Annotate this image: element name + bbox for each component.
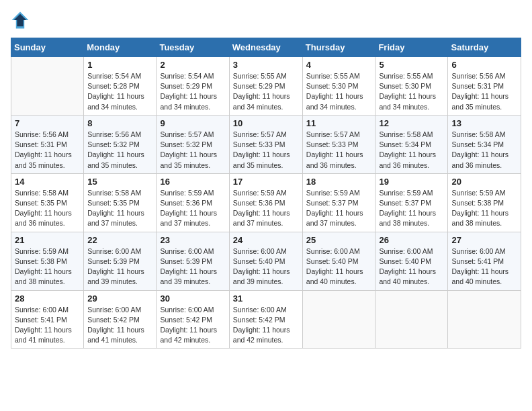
day-number: 14 [15, 177, 80, 187]
day-info: Sunrise: 5:59 AM Sunset: 5:36 PM Dayligh… [233, 188, 299, 229]
day-number: 17 [233, 177, 299, 187]
calendar-cell: 2Sunrise: 5:54 AM Sunset: 5:29 PM Daylig… [157, 57, 229, 116]
header-sunday: Sunday [11, 38, 84, 57]
calendar-cell: 5Sunrise: 5:55 AM Sunset: 5:30 PM Daylig… [375, 57, 448, 116]
day-number: 4 [306, 60, 372, 70]
calendar-cell: 10Sunrise: 5:57 AM Sunset: 5:33 PM Dayli… [229, 115, 302, 173]
calendar-cell: 8Sunrise: 5:56 AM Sunset: 5:32 PM Daylig… [84, 115, 157, 173]
header-monday: Monday [84, 38, 157, 57]
day-info: Sunrise: 6:00 AM Sunset: 5:42 PM Dayligh… [233, 305, 299, 346]
day-number: 10 [233, 118, 299, 128]
day-info: Sunrise: 6:00 AM Sunset: 5:40 PM Dayligh… [233, 246, 299, 287]
day-number: 21 [15, 235, 80, 245]
calendar-cell: 13Sunrise: 5:58 AM Sunset: 5:34 PM Dayli… [448, 115, 521, 173]
day-info: Sunrise: 6:00 AM Sunset: 5:40 PM Dayligh… [306, 246, 372, 287]
day-number: 7 [15, 118, 80, 128]
week-row-1: 1Sunrise: 5:54 AM Sunset: 5:28 PM Daylig… [11, 57, 521, 116]
day-number: 9 [160, 118, 225, 128]
calendar-cell [375, 290, 448, 349]
day-info: Sunrise: 6:00 AM Sunset: 5:41 PM Dayligh… [15, 305, 80, 346]
calendar-cell: 9Sunrise: 5:57 AM Sunset: 5:32 PM Daylig… [157, 115, 229, 173]
week-row-5: 28Sunrise: 6:00 AM Sunset: 5:41 PM Dayli… [11, 290, 521, 349]
logo-icon [11, 11, 30, 30]
day-number: 20 [451, 177, 517, 187]
calendar-cell: 26Sunrise: 6:00 AM Sunset: 5:40 PM Dayli… [375, 232, 448, 290]
day-info: Sunrise: 5:57 AM Sunset: 5:32 PM Dayligh… [160, 130, 225, 171]
day-info: Sunrise: 5:59 AM Sunset: 5:37 PM Dayligh… [306, 188, 372, 229]
day-info: Sunrise: 5:55 AM Sunset: 5:29 PM Dayligh… [233, 71, 299, 112]
calendar-cell: 12Sunrise: 5:58 AM Sunset: 5:34 PM Dayli… [375, 115, 448, 173]
day-number: 24 [233, 235, 299, 245]
day-number: 31 [233, 293, 299, 304]
day-info: Sunrise: 5:58 AM Sunset: 5:35 PM Dayligh… [15, 188, 80, 229]
calendar-cell: 18Sunrise: 5:59 AM Sunset: 5:37 PM Dayli… [302, 173, 375, 232]
day-number: 25 [306, 235, 372, 245]
day-info: Sunrise: 5:59 AM Sunset: 5:37 PM Dayligh… [379, 188, 444, 229]
calendar-cell: 24Sunrise: 6:00 AM Sunset: 5:40 PM Dayli… [229, 232, 302, 290]
header-tuesday: Tuesday [157, 38, 229, 57]
day-info: Sunrise: 6:00 AM Sunset: 5:41 PM Dayligh… [451, 246, 517, 287]
day-info: Sunrise: 6:00 AM Sunset: 5:42 PM Dayligh… [87, 305, 152, 346]
day-info: Sunrise: 5:54 AM Sunset: 5:29 PM Dayligh… [160, 71, 225, 112]
day-info: Sunrise: 5:56 AM Sunset: 5:31 PM Dayligh… [451, 71, 517, 112]
day-number: 27 [451, 235, 517, 245]
day-number: 8 [87, 118, 152, 128]
week-row-2: 7Sunrise: 5:56 AM Sunset: 5:31 PM Daylig… [11, 115, 521, 173]
logo [11, 11, 32, 30]
calendar-cell: 30Sunrise: 6:00 AM Sunset: 5:42 PM Dayli… [157, 290, 229, 349]
calendar-cell: 31Sunrise: 6:00 AM Sunset: 5:42 PM Dayli… [229, 290, 302, 349]
day-info: Sunrise: 6:00 AM Sunset: 5:40 PM Dayligh… [379, 246, 444, 287]
calendar-cell: 17Sunrise: 5:59 AM Sunset: 5:36 PM Dayli… [229, 173, 302, 232]
day-number: 28 [15, 293, 80, 304]
day-number: 2 [160, 60, 225, 70]
calendar-cell: 14Sunrise: 5:58 AM Sunset: 5:35 PM Dayli… [11, 173, 84, 232]
calendar-cell: 4Sunrise: 5:55 AM Sunset: 5:30 PM Daylig… [302, 57, 375, 116]
day-number: 23 [160, 235, 225, 245]
calendar-cell: 21Sunrise: 5:59 AM Sunset: 5:38 PM Dayli… [11, 232, 84, 290]
day-info: Sunrise: 5:59 AM Sunset: 5:38 PM Dayligh… [15, 246, 80, 287]
day-info: Sunrise: 6:00 AM Sunset: 5:42 PM Dayligh… [160, 305, 225, 346]
day-number: 3 [233, 60, 299, 70]
day-number: 18 [306, 177, 372, 187]
svg-marker-1 [14, 14, 27, 27]
calendar-cell: 1Sunrise: 5:54 AM Sunset: 5:28 PM Daylig… [84, 57, 157, 116]
day-info: Sunrise: 6:00 AM Sunset: 5:39 PM Dayligh… [160, 246, 225, 287]
calendar-table: SundayMondayTuesdayWednesdayThursdayFrid… [11, 38, 521, 349]
calendar-cell: 27Sunrise: 6:00 AM Sunset: 5:41 PM Dayli… [448, 232, 521, 290]
day-number: 13 [451, 118, 517, 128]
header-friday: Friday [375, 38, 448, 57]
day-info: Sunrise: 5:56 AM Sunset: 5:32 PM Dayligh… [87, 130, 152, 171]
day-number: 19 [379, 177, 444, 187]
header-saturday: Saturday [448, 38, 521, 57]
day-info: Sunrise: 5:55 AM Sunset: 5:30 PM Dayligh… [306, 71, 372, 112]
header-wednesday: Wednesday [229, 38, 302, 57]
day-number: 16 [160, 177, 225, 187]
calendar-cell: 20Sunrise: 5:59 AM Sunset: 5:38 PM Dayli… [448, 173, 521, 232]
calendar-cell: 7Sunrise: 5:56 AM Sunset: 5:31 PM Daylig… [11, 115, 84, 173]
calendar-cell: 3Sunrise: 5:55 AM Sunset: 5:29 PM Daylig… [229, 57, 302, 116]
day-info: Sunrise: 5:58 AM Sunset: 5:35 PM Dayligh… [87, 188, 152, 229]
day-number: 6 [451, 60, 517, 70]
day-number: 22 [87, 235, 152, 245]
calendar-cell [11, 57, 84, 116]
day-number: 11 [306, 118, 372, 128]
week-row-3: 14Sunrise: 5:58 AM Sunset: 5:35 PM Dayli… [11, 173, 521, 232]
day-info: Sunrise: 5:57 AM Sunset: 5:33 PM Dayligh… [233, 130, 299, 171]
calendar-cell: 23Sunrise: 6:00 AM Sunset: 5:39 PM Dayli… [157, 232, 229, 290]
day-number: 29 [87, 293, 152, 304]
calendar-cell: 6Sunrise: 5:56 AM Sunset: 5:31 PM Daylig… [448, 57, 521, 116]
day-info: Sunrise: 5:59 AM Sunset: 5:38 PM Dayligh… [451, 188, 517, 229]
day-number: 26 [379, 235, 444, 245]
day-info: Sunrise: 5:55 AM Sunset: 5:30 PM Dayligh… [379, 71, 444, 112]
day-number: 15 [87, 177, 152, 187]
calendar-cell: 19Sunrise: 5:59 AM Sunset: 5:37 PM Dayli… [375, 173, 448, 232]
day-number: 12 [379, 118, 444, 128]
calendar-cell: 29Sunrise: 6:00 AM Sunset: 5:42 PM Dayli… [84, 290, 157, 349]
calendar-cell: 25Sunrise: 6:00 AM Sunset: 5:40 PM Dayli… [302, 232, 375, 290]
day-info: Sunrise: 5:58 AM Sunset: 5:34 PM Dayligh… [451, 130, 517, 171]
calendar-cell: 15Sunrise: 5:58 AM Sunset: 5:35 PM Dayli… [84, 173, 157, 232]
day-info: Sunrise: 5:59 AM Sunset: 5:36 PM Dayligh… [160, 188, 225, 229]
day-number: 5 [379, 60, 444, 70]
day-info: Sunrise: 5:58 AM Sunset: 5:34 PM Dayligh… [379, 130, 444, 171]
calendar-header-row: SundayMondayTuesdayWednesdayThursdayFrid… [11, 38, 521, 57]
